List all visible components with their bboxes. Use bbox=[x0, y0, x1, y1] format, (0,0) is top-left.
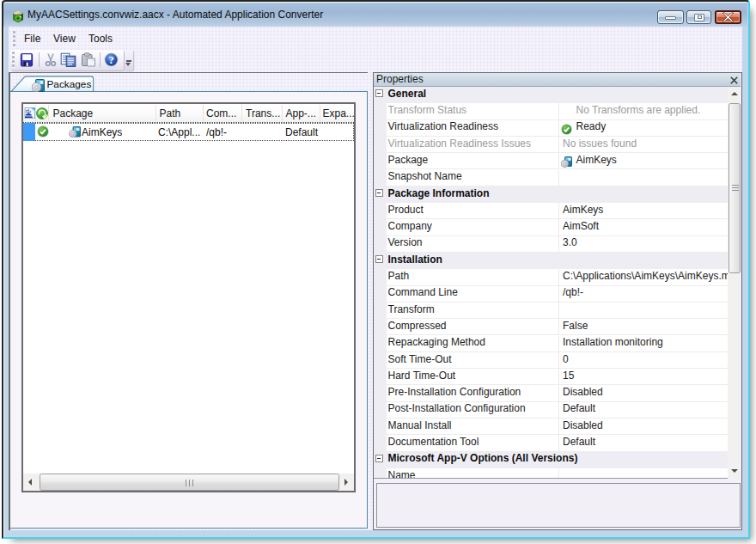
svg-text:?: ? bbox=[108, 54, 113, 66]
